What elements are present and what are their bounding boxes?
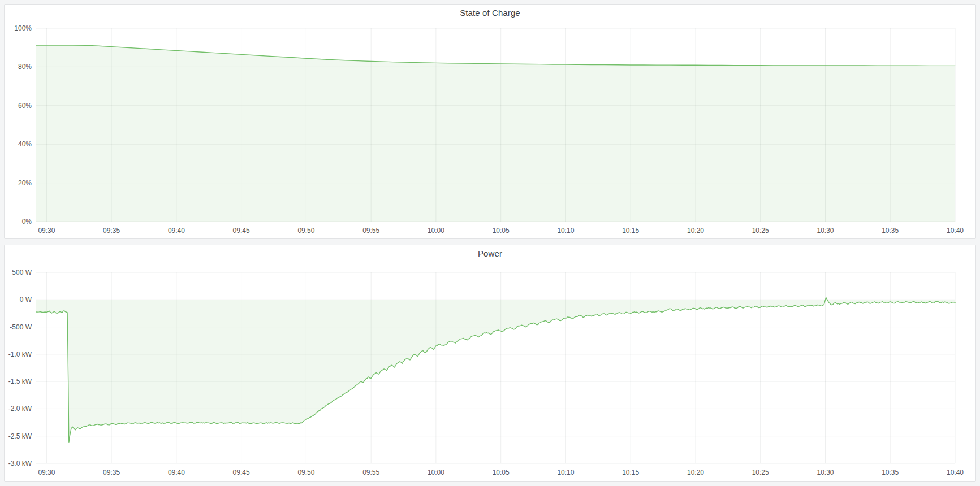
x-tick-label: 10:15 [622, 227, 639, 235]
power-panel-title[interactable]: Power [5, 245, 975, 261]
y-tick-label: 0 W [20, 296, 32, 303]
y-tick-label: -500 W [10, 323, 32, 331]
x-tick-label: 10:30 [817, 468, 834, 476]
soc-panel-title[interactable]: State of Charge [5, 5, 975, 20]
x-tick-label: 10:10 [557, 227, 574, 235]
x-tick-label: 09:35 [103, 227, 120, 235]
x-tick-label: 10:05 [493, 468, 510, 476]
x-tick-label: 09:30 [38, 468, 55, 476]
soc-panel: State of Charge 0%20%40%60%80%100%09:300… [4, 4, 976, 239]
soc-chart-svg: 0%20%40%60%80%100%09:3009:3509:4009:4509… [5, 20, 975, 237]
y-tick-label: -2.5 kW [8, 432, 32, 440]
x-tick-label: 10:35 [882, 227, 899, 235]
y-tick-label: 20% [18, 179, 32, 187]
x-tick-label: 09:45 [233, 468, 250, 476]
x-tick-label: 10:20 [687, 468, 704, 476]
x-tick-label: 10:00 [428, 468, 444, 476]
y-tick-label: 40% [18, 140, 32, 148]
y-tick-label: 60% [18, 102, 32, 110]
x-tick-label: 10:40 [947, 468, 964, 476]
soc-chart[interactable]: 0%20%40%60%80%100%09:3009:3509:4009:4509… [5, 20, 975, 237]
x-tick-label: 09:50 [297, 227, 314, 235]
x-tick-label: 10:20 [687, 227, 704, 235]
x-tick-label: 10:30 [817, 227, 834, 235]
y-tick-label: -2.0 kW [8, 405, 32, 413]
x-tick-label: 10:40 [947, 227, 964, 235]
x-tick-label: 09:40 [168, 227, 185, 235]
y-tick-label: 80% [18, 63, 32, 71]
x-tick-label: 09:30 [38, 227, 55, 235]
x-tick-label: 10:10 [557, 468, 574, 476]
x-tick-label: 09:55 [362, 468, 379, 476]
y-tick-label: -3.0 kW [8, 459, 32, 467]
x-tick-label: 09:50 [297, 468, 314, 476]
x-tick-label: 09:55 [362, 227, 379, 235]
x-tick-label: 09:35 [103, 468, 120, 476]
y-tick-label: -1.5 kW [8, 377, 32, 385]
power-chart-svg: -3.0 kW-2.5 kW-2.0 kW-1.5 kW-1.0 kW-500 … [5, 261, 975, 480]
x-tick-label: 10:35 [882, 468, 899, 476]
y-tick-label: 500 W [12, 268, 32, 276]
x-tick-label: 10:15 [622, 468, 639, 476]
power-panel: Power -3.0 kW-2.5 kW-2.0 kW-1.5 kW-1.0 k… [4, 245, 976, 482]
x-tick-label: 09:45 [233, 227, 250, 235]
x-tick-label: 10:00 [428, 227, 444, 235]
x-tick-label: 10:05 [493, 227, 510, 235]
y-tick-label: 0% [22, 218, 32, 225]
x-tick-label: 10:25 [752, 468, 769, 476]
y-tick-label: -1.0 kW [8, 350, 32, 358]
y-tick-label: 100% [14, 24, 32, 32]
x-tick-label: 09:40 [168, 468, 185, 476]
x-tick-label: 10:25 [752, 227, 769, 235]
power-chart[interactable]: -3.0 kW-2.5 kW-2.0 kW-1.5 kW-1.0 kW-500 … [5, 261, 975, 480]
